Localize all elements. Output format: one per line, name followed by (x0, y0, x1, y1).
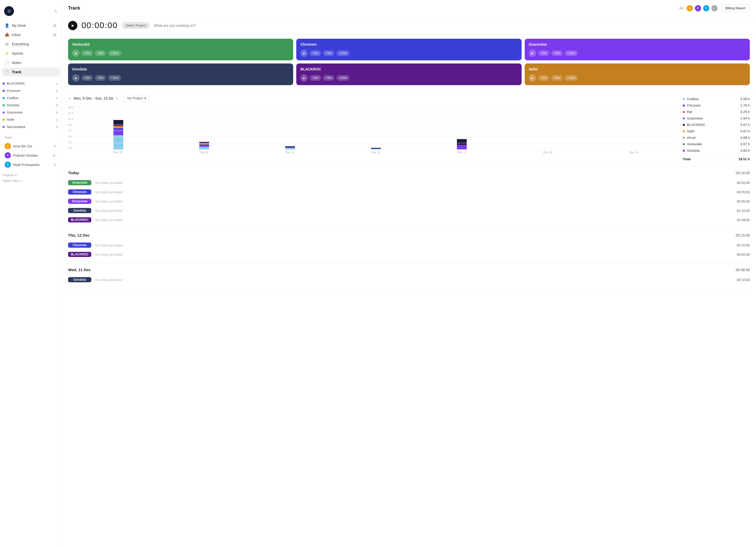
time-btn-5m[interactable]: +5m (551, 75, 563, 81)
sidebar-item-notes[interactable]: 📄 Notes (2, 58, 60, 67)
sidebar: ⊛ ↻ 👤 My Desk 3 📥 Inbox 3 ⊞ Everything (0, 0, 62, 547)
timer-description-input[interactable] (154, 23, 750, 28)
card-play-hyfin[interactable] (529, 74, 536, 81)
legend-name: eKool (687, 136, 695, 140)
project-dot (3, 126, 5, 128)
sidebar-item-sprints[interactable]: ⚡ Sprints (2, 49, 60, 58)
legend-value: 0.67 h (741, 129, 750, 133)
time-btn-2m[interactable]: +2m (81, 50, 93, 56)
refresh-icon[interactable]: ↻ (54, 9, 57, 14)
entry-time: 01:10:00 (729, 209, 750, 212)
time-btn-5m[interactable]: +5m (323, 75, 334, 81)
select-project-button[interactable]: Select Project (122, 22, 150, 29)
x-labels: Dec 09 Dec 10 Dec 11 Dec 12 Dec 13 Dec 1… (75, 150, 677, 154)
bar-group-dec10 (161, 106, 247, 149)
legend-dot (683, 130, 685, 132)
card-play-blackroc[interactable] (300, 74, 308, 81)
chart-filter-button[interactable]: No Project ▾ (124, 95, 150, 102)
sidebar-item-everything[interactable]: ⊞ Everything (2, 40, 60, 48)
legend-item-gondola: Gondola 3.83 h (683, 147, 750, 154)
stacked-bar (457, 139, 467, 149)
legend-item-raf: Raf 0.25 h (683, 109, 750, 115)
project-card-venturekit: Venturekit +2m +5m +10m (68, 39, 293, 60)
entry-notes: No notes provided (95, 199, 725, 203)
team-member-vitalii[interactable]: V Vitalii Prokopenko 0 (2, 160, 60, 169)
time-btn-10m[interactable]: +10m (565, 50, 578, 56)
sidebar-item-track[interactable]: 🕐 Track (2, 68, 60, 76)
card-play-chronom[interactable] (300, 50, 308, 57)
app-logo[interactable]: ⊛ (4, 6, 14, 16)
day-total: 00:48:56 (736, 268, 750, 272)
time-btn-10m[interactable]: +10m (336, 75, 349, 81)
card-play-venturekit[interactable] (72, 50, 79, 57)
figma-files-collapse[interactable]: Figma Files ∧ (0, 178, 62, 184)
team-member-anas[interactable]: A Anas Bin Zia 2 (2, 141, 60, 151)
day-title: Today (68, 170, 79, 175)
avatar-prakash: P (5, 152, 11, 158)
project-item-cuebox[interactable]: CueBox 1 (0, 94, 62, 101)
chart-filter-label: No Project (127, 96, 143, 100)
user-avatar-3[interactable]: V (703, 5, 710, 12)
chart-next-button[interactable]: › (115, 95, 119, 102)
time-btn-10m[interactable]: +10m (108, 50, 121, 56)
time-btn-5m[interactable]: +5m (95, 50, 106, 56)
project-item-chronom[interactable]: Chronom 0 (0, 87, 62, 94)
nav-label-my-desk: My Desk (12, 23, 26, 28)
table-row: Chronom No notes provided 00:05:00 (68, 187, 750, 196)
nav-label-sprints: Sprints (12, 51, 23, 55)
time-btn-2m[interactable]: +2m (310, 75, 321, 81)
time-btn-5m[interactable]: +5m (551, 50, 563, 56)
legend-value: 0.25 h (741, 110, 750, 114)
y-label: 14 h (68, 106, 73, 109)
project-card-gondola: Gondola +2m +5m +10m (68, 63, 293, 85)
project-item-blackroc[interactable]: BLACKROC 1 (0, 80, 62, 87)
main-header: Track All A P V + Billing Report (62, 0, 756, 17)
day-header-dec12: Thu, 12 Dec 00:15:00 (68, 233, 750, 237)
scrollable-content: ‹ Mon, 9 Dec - Sun, 15 De › No Project ▾… (62, 89, 756, 547)
time-btn-2m[interactable]: +2m (538, 50, 549, 56)
time-btn-10m[interactable]: +10m (565, 75, 578, 81)
bar-segment-gondola (113, 130, 123, 135)
projects-collapse[interactable]: Projects ∧ (0, 171, 62, 178)
y-label: 12 h (68, 112, 73, 115)
legend-name: Chronom (687, 103, 701, 107)
time-btn-2m[interactable]: +2m (310, 50, 321, 56)
time-btn-5m[interactable]: +5m (323, 50, 334, 56)
project-item-graceview[interactable]: Graceview 9 (0, 109, 62, 116)
time-btn-5m[interactable]: +5m (95, 75, 106, 81)
time-btn-2m[interactable]: +2m (81, 75, 93, 81)
legend-item-chronom: Chronom 1.70 h (683, 102, 750, 109)
card-play-graceview[interactable] (529, 50, 536, 57)
user-avatar-2[interactable]: P (694, 5, 702, 12)
team-member-prakash[interactable]: P Prakash Ghodke 11 (2, 151, 60, 160)
entry-project-badge: BLACKROC (68, 217, 91, 222)
y-label: 6 h (68, 129, 73, 132)
user-avatar-1[interactable]: A (686, 5, 693, 12)
project-item-narrowstack[interactable]: Narrowstack 0 (0, 123, 62, 130)
project-badge: 0 (55, 89, 59, 93)
bar-group-dec12 (333, 106, 419, 149)
legend-value: 5.67 h (741, 123, 750, 127)
time-btn-10m[interactable]: +10m (108, 75, 121, 81)
member-name: Prakash Ghodke (13, 153, 38, 157)
user-avatar-4[interactable]: + (711, 5, 718, 12)
y-label: 0 h (68, 146, 73, 150)
timer-play-button[interactable] (68, 21, 77, 30)
day-title: Thu, 12 Dec (68, 233, 90, 237)
legend-value: 0.08 h (741, 136, 750, 140)
time-btn-10m[interactable]: +10m (336, 50, 349, 56)
project-item-gondola[interactable]: Gondola 0 (0, 102, 62, 109)
file-icon: 📄 (5, 60, 9, 65)
chart-prev-button[interactable]: ‹ (68, 95, 71, 102)
bar-segment (457, 139, 467, 145)
entry-time: 00:10:00 (729, 278, 750, 282)
member-name: Vitalii Prokopenko (13, 163, 40, 167)
card-play-gondola[interactable] (72, 74, 79, 81)
main-content: Track All A P V + Billing Report 00:00:0… (62, 0, 756, 547)
sidebar-item-inbox[interactable]: 📥 Inbox 3 (2, 30, 60, 39)
billing-report-button[interactable]: Billing Report (721, 4, 750, 12)
time-btn-2m[interactable]: +2m (538, 75, 549, 81)
sidebar-item-my-desk[interactable]: 👤 My Desk 3 (2, 21, 60, 30)
project-item-hyfin[interactable]: Hyfin 1 (0, 116, 62, 123)
sidebar-nav: 👤 My Desk 3 📥 Inbox 3 ⊞ Everything ⚡ Spr… (0, 21, 62, 77)
